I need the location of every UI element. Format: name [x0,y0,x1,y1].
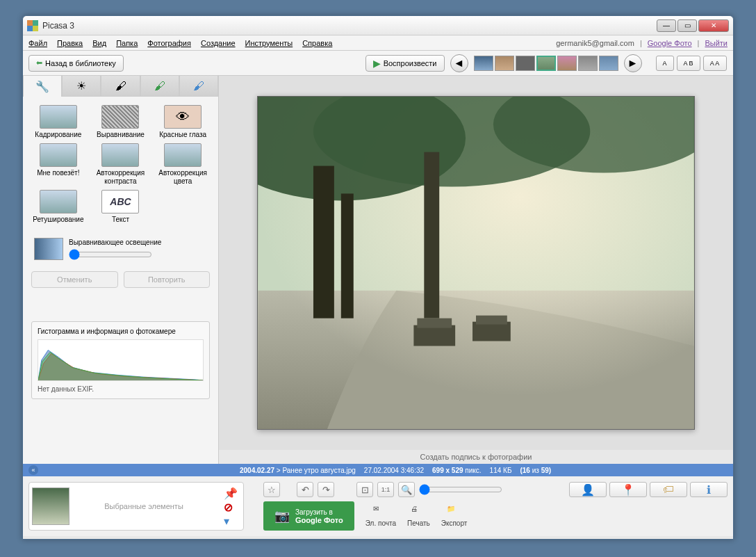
redo-button[interactable]: Повторить [124,271,211,288]
undo-redo-row: Отменить Повторить [23,266,218,293]
tray-thumb[interactable] [32,487,69,525]
wrench-icon: 🔧 [35,80,49,93]
tab-effects-2[interactable]: 🖌 [140,76,179,97]
play-label: Воспроизвести [384,59,437,67]
svg-rect-0 [27,20,33,26]
play-slideshow-button[interactable]: ▶ Воспроизвести [365,55,445,72]
menu-help[interactable]: Справка [302,39,332,47]
star-button[interactable]: ☆ [263,482,280,497]
upload-google-photos-button[interactable]: 📷 Загрузить в Google Фото [263,501,354,531]
brush-blue-icon: 🖌 [193,80,204,92]
menu-file[interactable]: Файл [28,39,47,47]
account-bar: germanik5@gmail.com | Google Фото | Выйт… [556,39,728,47]
people-button[interactable]: 👤 [569,482,607,497]
tool-retouch[interactable]: Ретуширование [28,190,88,224]
tray-menu-icon[interactable]: ▾ [224,515,235,526]
menu-photo[interactable]: Фотография [147,39,191,47]
printer-icon: 🖨 [411,505,426,517]
thumb-7[interactable] [599,56,618,71]
compare-aa-button[interactable]: A A [703,56,727,71]
logout-link[interactable]: Выйти [705,39,728,47]
status-bar: « 2004.02.27 > Ранее утро августа.jpg 27… [23,464,733,476]
tab-tuning[interactable]: ☀ [62,76,101,97]
email-button[interactable]: ✉ Эл. почта [365,505,396,527]
svg-rect-13 [413,325,455,346]
thumb-3[interactable] [516,56,535,71]
fill-light-slider[interactable] [69,249,152,260]
thumbnail-strip [474,56,618,71]
minimize-button[interactable]: — [657,19,676,32]
thumb-1[interactable] [474,56,493,71]
svg-rect-12 [424,152,439,318]
places-button[interactable]: 📍 [609,482,647,497]
tags-button[interactable]: 🏷 [650,482,687,497]
tray-label: Выбранные элементы [75,502,213,510]
undo-button[interactable]: Отменить [31,271,118,288]
titlebar[interactable]: Picasa 3 — ▭ ✕ [23,16,733,35]
tools-grid: Кадрирование Выравнивание 👁 Красные глаз… [23,97,218,232]
brush-green-icon: 🖌 [154,80,165,92]
crop-icon [40,105,77,129]
compare-a-button[interactable]: A [656,56,674,71]
histogram-noexif: Нет данных EXIF. [38,385,204,393]
clear-tray-icon[interactable]: ⊘ [224,501,235,512]
tab-effects-3[interactable]: 🖌 [179,76,218,97]
maximize-button[interactable]: ▭ [677,19,697,32]
tab-basic-fixes[interactable]: 🔧 [23,76,62,97]
zoom-icon-button[interactable]: 🔍 [398,482,415,497]
histogram-panel: Гистограмма и информация о фотокамере Не… [31,321,210,399]
photo-image[interactable] [257,96,695,430]
tray-actions: 📌 ⊘ ▾ [218,487,240,526]
rotate-right-button[interactable]: ↷ [318,482,334,497]
bottom-row-1: ☆ ↶ ↷ ⊡ 1:1 🔍 👤 📍 🏷 ℹ [263,482,728,497]
export-button[interactable]: 📁 Экспорт [441,505,468,527]
tool-redeye[interactable]: 👁 Красные глаза [153,105,213,139]
menu-view[interactable]: Вид [92,39,106,47]
toolbar: ⬅ Назад в библиотеку ▶ Воспроизвести ◄ ►… [23,51,733,76]
caption-input[interactable]: Создать подпись к фотографии [219,450,733,464]
next-photo-button[interactable]: ► [624,54,642,72]
fit-button[interactable]: ⊡ [356,482,373,497]
actual-size-button[interactable]: 1:1 [377,482,394,497]
print-button[interactable]: 🖨 Печать [407,505,430,527]
status-filesize: 114 КБ [490,467,512,474]
pin-icon[interactable]: 📌 [224,487,235,498]
thumb-6[interactable] [578,56,598,71]
tool-auto-color[interactable]: Автокоррекция цвета [153,143,213,186]
compare-buttons: A A B A A [656,56,727,71]
brush-icon: 🖌 [115,80,126,92]
menu-edit[interactable]: Правка [57,39,83,47]
compare-ab-button[interactable]: A B [677,56,700,71]
menu-create[interactable]: Создание [201,39,236,47]
tool-lucky[interactable]: Мне повезёт! [28,143,88,186]
info-button[interactable]: ℹ [690,482,728,497]
prev-photo-button[interactable]: ◄ [450,54,468,72]
back-to-library-button[interactable]: ⬅ Назад в библиотеку [28,55,124,72]
menu-tools[interactable]: Инструменты [245,39,293,47]
zoom-slider[interactable] [419,484,502,495]
retouch-icon [40,190,77,213]
tag-icon: 🏷 [663,483,674,496]
svg-rect-1 [33,20,38,26]
svg-rect-3 [33,26,38,31]
fill-light-label: Выравнивающее освещение [69,239,161,246]
google-photos-link[interactable]: Google Фото [648,39,692,47]
thumb-5[interactable] [557,56,577,71]
tab-effects-1[interactable]: 🖌 [101,76,140,97]
arrow-left-icon: ⬅ [36,58,42,67]
tool-straighten[interactable]: Выравнивание [91,105,151,139]
tool-auto-contrast[interactable]: Автокоррекция контраста [91,143,151,186]
thumb-4[interactable] [536,56,556,71]
tool-crop[interactable]: Кадрирование [28,105,88,139]
svg-rect-16 [476,316,507,325]
photo-area [219,76,733,450]
svg-rect-11 [341,193,354,318]
thumb-2[interactable] [495,56,514,71]
menu-folder[interactable]: Папка [116,39,138,47]
collapse-tray-button[interactable]: « [28,465,38,475]
export-icon: 📁 [447,505,462,517]
svg-rect-15 [472,322,511,341]
tool-text[interactable]: ABC Текст [91,190,151,224]
close-button[interactable]: ✕ [698,19,729,32]
rotate-left-button[interactable]: ↶ [297,482,313,497]
